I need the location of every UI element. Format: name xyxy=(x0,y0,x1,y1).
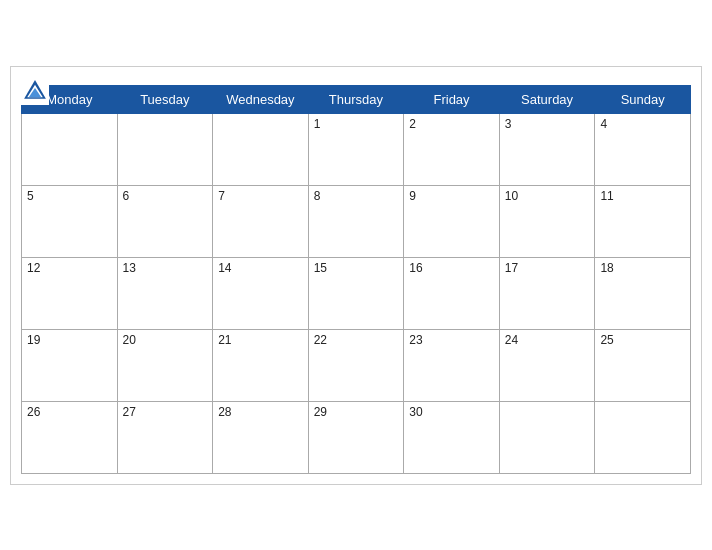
calendar-day: 7 xyxy=(213,185,309,257)
calendar-day: 13 xyxy=(117,257,213,329)
calendar-day: 11 xyxy=(595,185,691,257)
calendar-day: 19 xyxy=(22,329,118,401)
day-number: 1 xyxy=(314,117,321,131)
calendar-day: 26 xyxy=(22,401,118,473)
day-number: 22 xyxy=(314,333,327,347)
day-number: 13 xyxy=(123,261,136,275)
logo-area xyxy=(21,77,52,105)
day-number: 18 xyxy=(600,261,613,275)
calendar-day xyxy=(499,401,595,473)
day-number: 9 xyxy=(409,189,416,203)
calendar-day: 24 xyxy=(499,329,595,401)
day-number: 4 xyxy=(600,117,607,131)
day-number: 7 xyxy=(218,189,225,203)
calendar-day: 10 xyxy=(499,185,595,257)
calendar-day: 15 xyxy=(308,257,404,329)
calendar-week-row: 567891011 xyxy=(22,185,691,257)
day-number: 26 xyxy=(27,405,40,419)
day-number: 6 xyxy=(123,189,130,203)
day-number: 20 xyxy=(123,333,136,347)
calendar-day: 23 xyxy=(404,329,500,401)
calendar-day: 2 xyxy=(404,113,500,185)
weekday-header-row: MondayTuesdayWednesdayThursdayFridaySatu… xyxy=(22,85,691,113)
calendar-table: MondayTuesdayWednesdayThursdayFridaySatu… xyxy=(21,85,691,474)
logo-icon xyxy=(21,77,49,105)
calendar-day xyxy=(213,113,309,185)
calendar-day: 5 xyxy=(22,185,118,257)
day-number: 14 xyxy=(218,261,231,275)
day-number: 5 xyxy=(27,189,34,203)
calendar-day: 12 xyxy=(22,257,118,329)
calendar-day: 4 xyxy=(595,113,691,185)
day-number: 2 xyxy=(409,117,416,131)
calendar-day: 18 xyxy=(595,257,691,329)
calendar-day: 27 xyxy=(117,401,213,473)
calendar-day: 21 xyxy=(213,329,309,401)
calendar-day: 29 xyxy=(308,401,404,473)
day-number: 24 xyxy=(505,333,518,347)
calendar-day: 17 xyxy=(499,257,595,329)
weekday-header-friday: Friday xyxy=(404,85,500,113)
calendar-week-row: 1234 xyxy=(22,113,691,185)
calendar-week-row: 12131415161718 xyxy=(22,257,691,329)
calendar-day: 16 xyxy=(404,257,500,329)
day-number: 3 xyxy=(505,117,512,131)
day-number: 19 xyxy=(27,333,40,347)
day-number: 12 xyxy=(27,261,40,275)
day-number: 10 xyxy=(505,189,518,203)
calendar-day: 20 xyxy=(117,329,213,401)
calendar-day: 9 xyxy=(404,185,500,257)
day-number: 15 xyxy=(314,261,327,275)
calendar-day xyxy=(595,401,691,473)
day-number: 21 xyxy=(218,333,231,347)
calendar-week-row: 19202122232425 xyxy=(22,329,691,401)
calendar-day xyxy=(117,113,213,185)
weekday-header-tuesday: Tuesday xyxy=(117,85,213,113)
weekday-header-sunday: Sunday xyxy=(595,85,691,113)
calendar-day: 14 xyxy=(213,257,309,329)
weekday-header-wednesday: Wednesday xyxy=(213,85,309,113)
day-number: 30 xyxy=(409,405,422,419)
calendar-day xyxy=(22,113,118,185)
weekday-header-thursday: Thursday xyxy=(308,85,404,113)
calendar-day: 1 xyxy=(308,113,404,185)
calendar-day: 3 xyxy=(499,113,595,185)
calendar: MondayTuesdayWednesdayThursdayFridaySatu… xyxy=(10,66,702,485)
calendar-week-row: 2627282930 xyxy=(22,401,691,473)
calendar-day: 6 xyxy=(117,185,213,257)
day-number: 16 xyxy=(409,261,422,275)
day-number: 25 xyxy=(600,333,613,347)
day-number: 17 xyxy=(505,261,518,275)
calendar-day: 28 xyxy=(213,401,309,473)
calendar-day: 22 xyxy=(308,329,404,401)
calendar-day: 30 xyxy=(404,401,500,473)
calendar-day: 8 xyxy=(308,185,404,257)
day-number: 28 xyxy=(218,405,231,419)
day-number: 27 xyxy=(123,405,136,419)
day-number: 8 xyxy=(314,189,321,203)
day-number: 11 xyxy=(600,189,613,203)
day-number: 29 xyxy=(314,405,327,419)
calendar-day: 25 xyxy=(595,329,691,401)
weekday-header-saturday: Saturday xyxy=(499,85,595,113)
day-number: 23 xyxy=(409,333,422,347)
